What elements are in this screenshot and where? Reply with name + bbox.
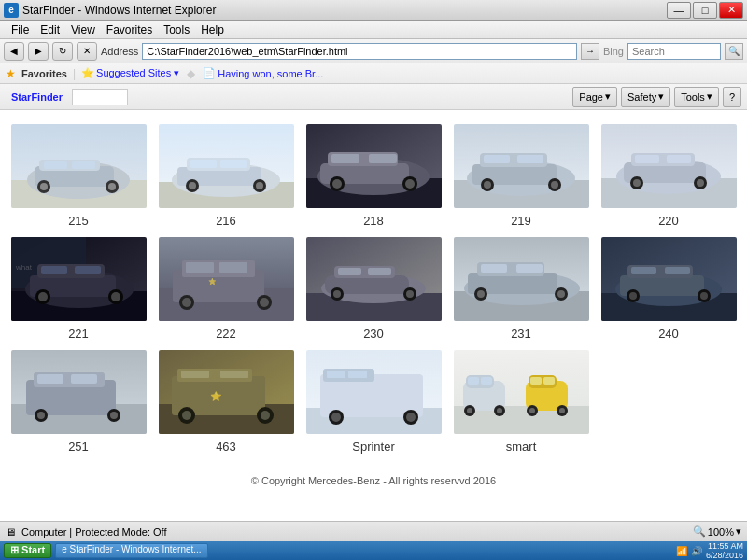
go-button[interactable]: → bbox=[581, 43, 599, 60]
svg-rect-49 bbox=[635, 155, 659, 163]
menu-help[interactable]: Help bbox=[195, 21, 230, 38]
close-button[interactable]: ✕ bbox=[719, 2, 743, 19]
svg-rect-73 bbox=[219, 262, 247, 273]
car-item-463[interactable]: ⭐ 463 bbox=[152, 345, 300, 458]
car-thumbnail-231[interactable] bbox=[454, 237, 589, 321]
date-display: 6/28/2016 bbox=[706, 551, 743, 560]
svg-point-160 bbox=[559, 408, 565, 413]
svg-point-87 bbox=[333, 290, 341, 298]
car-thumbnail-215[interactable] bbox=[11, 124, 147, 208]
back-button[interactable]: ◀ bbox=[4, 42, 24, 61]
menu-favorites[interactable]: Favorites bbox=[101, 21, 158, 38]
page-icon: 📄 bbox=[203, 67, 216, 79]
zoom-level: 100% bbox=[708, 526, 734, 538]
svg-rect-95 bbox=[481, 264, 507, 273]
window-title: StarFinder - Windows Internet Explorer bbox=[22, 4, 216, 17]
forward-button[interactable]: ▶ bbox=[28, 42, 49, 61]
tools-button[interactable]: Tools ▾ bbox=[674, 87, 719, 107]
car-item-218[interactable]: 218 bbox=[300, 119, 447, 232]
help-button[interactable]: ? bbox=[723, 87, 741, 107]
svg-rect-38 bbox=[484, 155, 510, 163]
car-thumbnail-230[interactable] bbox=[306, 237, 442, 321]
search-button[interactable]: 🔍 bbox=[725, 43, 743, 60]
search-input[interactable] bbox=[627, 43, 721, 60]
svg-rect-137 bbox=[327, 371, 345, 378]
car-item-216[interactable]: 216 bbox=[152, 119, 300, 232]
car-label-230: 230 bbox=[363, 327, 384, 341]
car-label-sprinter: Sprinter bbox=[352, 440, 395, 454]
car-item-219[interactable]: 219 bbox=[447, 119, 595, 232]
having-won-link[interactable]: 📄 Having won, some Br... bbox=[203, 67, 323, 79]
car-item-251[interactable]: 251 bbox=[5, 345, 152, 458]
svg-point-43 bbox=[551, 181, 558, 189]
svg-rect-84 bbox=[338, 268, 361, 275]
title-bar-left: e StarFinder - Windows Internet Explorer bbox=[4, 3, 216, 18]
svg-point-19 bbox=[189, 182, 196, 189]
svg-point-119 bbox=[37, 412, 45, 419]
car-label-222: 222 bbox=[216, 327, 236, 341]
suggested-icon: ⭐ bbox=[81, 67, 94, 79]
svg-rect-50 bbox=[667, 155, 691, 163]
car-item-sprinter[interactable]: Sprinter bbox=[300, 345, 447, 458]
title-bar: e StarFinder - Windows Internet Explorer… bbox=[0, 0, 747, 21]
taskbar-ie-item[interactable]: e StarFinder - Windows Internet... bbox=[55, 543, 208, 558]
safety-button[interactable]: Safety ▾ bbox=[621, 87, 670, 107]
car-thumbnail-251[interactable] bbox=[11, 350, 147, 434]
car-thumbnail-sprinter[interactable] bbox=[306, 350, 442, 434]
car-item-smart[interactable]: smart bbox=[447, 345, 595, 458]
car-item-222[interactable]: ⭐ 222 bbox=[152, 232, 300, 345]
car-label-231: 231 bbox=[511, 327, 531, 341]
refresh-button[interactable]: ↻ bbox=[52, 42, 73, 61]
car-label-251: 251 bbox=[68, 440, 89, 454]
menu-file[interactable]: File bbox=[6, 21, 35, 38]
car-item-240[interactable]: 240 bbox=[595, 232, 742, 345]
start-button[interactable]: ⊞ Start bbox=[4, 543, 51, 558]
main-content: 215 216 218 bbox=[0, 110, 747, 521]
stop-button[interactable]: ✕ bbox=[77, 42, 97, 61]
car-label-219: 219 bbox=[511, 214, 531, 228]
zoom-control[interactable]: 🔍 100% ▾ bbox=[693, 525, 741, 538]
taskbar-system-icons: 📶 🔊 bbox=[676, 546, 702, 556]
car-thumbnail-218[interactable] bbox=[306, 124, 442, 208]
svg-rect-138 bbox=[348, 371, 367, 378]
svg-rect-16 bbox=[190, 160, 217, 168]
svg-point-152 bbox=[497, 408, 502, 413]
car-thumbnail-219[interactable] bbox=[454, 124, 589, 208]
car-item-231[interactable]: 231 bbox=[447, 232, 595, 345]
car-thumbnail-smart[interactable] bbox=[454, 350, 589, 434]
svg-point-100 bbox=[557, 290, 565, 298]
svg-text:⭐: ⭐ bbox=[207, 277, 216, 286]
svg-point-52 bbox=[633, 179, 641, 187]
car-thumbnail-221[interactable]: what bbox=[11, 237, 147, 321]
svg-point-98 bbox=[477, 290, 485, 298]
page-button[interactable]: Page ▾ bbox=[572, 87, 617, 107]
svg-point-89 bbox=[406, 290, 414, 298]
minimize-button[interactable]: — bbox=[667, 2, 691, 19]
car-item-220[interactable]: 220 bbox=[595, 119, 742, 232]
car-label-220: 220 bbox=[658, 214, 679, 228]
car-item-215[interactable]: 215 bbox=[5, 119, 152, 232]
car-thumbnail-216[interactable] bbox=[159, 124, 294, 208]
toolbar-input[interactable] bbox=[72, 89, 128, 105]
svg-point-111 bbox=[700, 292, 708, 300]
menu-tools[interactable]: Tools bbox=[158, 21, 195, 38]
car-thumbnail-220[interactable] bbox=[601, 124, 737, 208]
svg-rect-17 bbox=[220, 160, 247, 168]
svg-point-41 bbox=[484, 181, 491, 189]
address-input[interactable] bbox=[142, 43, 577, 60]
svg-rect-96 bbox=[516, 264, 543, 273]
car-label-216: 216 bbox=[216, 214, 236, 228]
tools-dropdown-icon: ▾ bbox=[707, 91, 712, 103]
safety-dropdown-icon: ▾ bbox=[658, 91, 664, 103]
car-item-221[interactable]: what 221 bbox=[5, 232, 152, 345]
suggested-sites-link[interactable]: ⭐ Suggested Sites ▾ bbox=[81, 67, 179, 79]
maximize-button[interactable]: □ bbox=[693, 2, 717, 19]
car-label-221: 221 bbox=[68, 327, 89, 341]
car-item-230[interactable]: 230 bbox=[300, 232, 447, 345]
car-thumbnail-463[interactable]: ⭐ bbox=[159, 350, 294, 434]
car-thumbnail-240[interactable] bbox=[601, 237, 737, 321]
menu-edit[interactable]: Edit bbox=[35, 21, 65, 38]
car-thumbnail-222[interactable]: ⭐ bbox=[159, 237, 294, 321]
menu-view[interactable]: View bbox=[65, 21, 101, 38]
svg-point-130 bbox=[182, 411, 191, 420]
